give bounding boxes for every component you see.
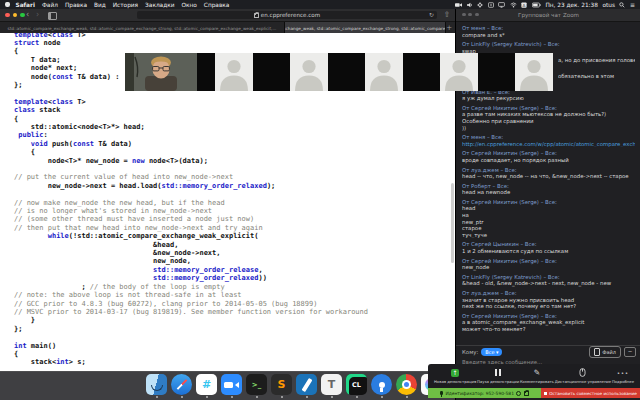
chat-collapse-button[interactable]: − bbox=[624, 347, 636, 357]
dock-icon-slack[interactable]: # bbox=[196, 374, 217, 395]
pause-share-button[interactable]: Пауза демонстрации bbox=[477, 368, 519, 384]
dock-items: #>_STCL bbox=[146, 374, 442, 398]
meeting-id-bar: Идентификатор: 952-590-581 bbox=[428, 388, 541, 398]
zoom-window-button[interactable] bbox=[20, 13, 25, 18]
participant-placeholder[interactable] bbox=[440, 53, 478, 91]
spotlight-search-icon[interactable] bbox=[619, 2, 625, 8]
chat-link[interactable]: http://en.cppreference.com/w/cpp/atomic/… bbox=[462, 141, 635, 148]
chat-message: От Сергей Никитин (Serge) – Все:вроде со… bbox=[462, 150, 635, 163]
notification-center-icon[interactable]: ≡ bbox=[630, 1, 635, 8]
dock-icon-safari[interactable] bbox=[171, 374, 192, 395]
code-line: } bbox=[14, 316, 456, 324]
chat-message: От Сергей Никитин (Serge) – Все:а в atom… bbox=[462, 313, 635, 333]
menu-view[interactable]: Вид bbox=[94, 2, 106, 8]
chat-text: compare and s* bbox=[462, 32, 635, 39]
recipient-dropdown[interactable]: Все ▾ bbox=[481, 348, 502, 356]
dock-icon-finder[interactable] bbox=[146, 374, 167, 395]
participant-placeholder[interactable] bbox=[365, 53, 403, 91]
share-icon[interactable]: ⇧ bbox=[444, 10, 450, 20]
chat-text: а в atomic_compare_exchange_weak_explici… bbox=[462, 319, 635, 326]
minimize-window-button[interactable] bbox=[13, 13, 18, 18]
gear-icon[interactable] bbox=[477, 2, 483, 8]
chat-text: обязательно в этом bbox=[558, 73, 635, 80]
dock-icon-1password[interactable] bbox=[371, 374, 392, 395]
more-button[interactable]: •••Подробнее bbox=[612, 368, 634, 384]
pencil-icon: ✎ bbox=[534, 368, 540, 377]
participant-placeholder[interactable] bbox=[290, 53, 328, 91]
chat-message: От Сергей Никитин (Serge) – Все:new_node bbox=[462, 258, 635, 271]
dock-icon-terminal[interactable]: >_ bbox=[246, 374, 267, 395]
dock-icon-zoom[interactable] bbox=[221, 374, 242, 395]
chat-text: head на newnode bbox=[462, 189, 635, 196]
chat-text: next же по ссылке, почему его там нет? bbox=[462, 303, 635, 310]
code-line: std::atomic<node<T>*> head; bbox=[14, 123, 456, 131]
code-line: stack<int> s; bbox=[14, 358, 456, 366]
lock-icon bbox=[254, 13, 259, 18]
code-line: node<T>* new_node = new node<T>(data); bbox=[14, 157, 456, 165]
code-line: // is no longer what's stored in new_nod… bbox=[14, 207, 456, 215]
chat-message: От луа.джем – Все:значит в старое нужно … bbox=[462, 290, 635, 310]
stop-sharing-label: Остановить совместное использование bbox=[549, 391, 637, 396]
sidebar-icon[interactable] bbox=[48, 12, 57, 20]
close-window-button[interactable] bbox=[5, 13, 10, 18]
apple-menu-icon[interactable] bbox=[5, 2, 10, 7]
forward-button[interactable]: › bbox=[36, 9, 39, 21]
display-icon[interactable] bbox=[498, 2, 505, 8]
battery-icon[interactable] bbox=[532, 2, 541, 8]
participant-placeholder[interactable] bbox=[215, 53, 253, 91]
chat-text: )) bbox=[462, 125, 635, 132]
reload-icon[interactable]: ↻ bbox=[429, 11, 434, 19]
chat-sender: От Сергей Никитин (Serge) – Все: bbox=[462, 105, 635, 112]
dock-icon-vscode[interactable] bbox=[296, 374, 317, 395]
code-line: { bbox=[14, 115, 456, 123]
window-icon[interactable] bbox=[488, 2, 494, 8]
participant-webcam-video[interactable] bbox=[125, 53, 197, 91]
code-line: // now make new_node the new head, but i… bbox=[14, 199, 456, 207]
new-share-button[interactable]: ↑Новая демонстрация bbox=[434, 368, 476, 384]
menu-clock[interactable]: Пн, 23 дек. 21:38 bbox=[545, 2, 598, 8]
chat-minimize-button[interactable] bbox=[468, 13, 472, 17]
menu-bookmarks[interactable]: Закладки bbox=[145, 2, 174, 8]
dock-icon-clion[interactable]: CL bbox=[346, 374, 367, 395]
chat-text: new_node bbox=[462, 264, 635, 271]
stop-sharing-button[interactable]: Остановить совместное использование bbox=[541, 388, 640, 398]
chat-zoom-button[interactable] bbox=[475, 13, 479, 17]
running-indicator bbox=[281, 396, 283, 398]
code-line: // put the current value of head into ne… bbox=[14, 173, 456, 181]
back-button[interactable]: ‹ bbox=[26, 9, 29, 21]
input-source-icon[interactable]: A bbox=[521, 2, 527, 8]
microphone-icon bbox=[440, 391, 443, 395]
code-line: template<class T> bbox=[14, 98, 456, 106]
chat-sender: От луа.джем – Все: bbox=[462, 167, 635, 174]
file-icon bbox=[594, 348, 600, 356]
participant-placeholder[interactable] bbox=[515, 53, 553, 91]
menu-edit[interactable]: Правка bbox=[65, 2, 87, 8]
dock-icon-sublime-text[interactable]: S bbox=[271, 374, 292, 395]
code-line: { bbox=[14, 148, 456, 156]
video-camera-icon[interactable] bbox=[455, 2, 462, 8]
code-line: new_node->next = head.load(std::memory_o… bbox=[14, 182, 456, 190]
address-bar[interactable]: en.cppreference.com ↻ bbox=[137, 11, 437, 19]
control-label: Комментировать bbox=[520, 379, 554, 384]
menu-window[interactable]: Окно bbox=[181, 2, 196, 8]
control-label: Новая демонстрация bbox=[434, 379, 476, 384]
dock-icon-textmate[interactable]: T bbox=[321, 374, 342, 395]
menu-help[interactable]: Справка bbox=[204, 2, 230, 8]
volume-icon[interactable] bbox=[467, 2, 473, 8]
file-button-label: Файл bbox=[602, 349, 616, 355]
running-indicator bbox=[156, 396, 158, 398]
menu-app-name[interactable]: Safari bbox=[16, 2, 35, 8]
chat-text: может что-то меняет? bbox=[462, 326, 635, 333]
page-scrollbar[interactable] bbox=[451, 183, 455, 263]
menu-file[interactable]: Файл bbox=[42, 2, 58, 8]
code-line bbox=[14, 333, 456, 341]
svg-text:A: A bbox=[523, 2, 526, 7]
chat-close-button[interactable] bbox=[462, 13, 466, 17]
wifi-icon[interactable] bbox=[510, 2, 517, 8]
menu-history[interactable]: История bbox=[113, 2, 138, 8]
code-line: int main() bbox=[14, 342, 456, 350]
annotate-button[interactable]: ✎Комментировать bbox=[520, 368, 554, 384]
dock-icon-chrome[interactable] bbox=[396, 374, 417, 395]
menu-account[interactable]: otus bbox=[602, 2, 615, 8]
remote-control-button[interactable]: Дистанционное управление bbox=[555, 368, 612, 384]
